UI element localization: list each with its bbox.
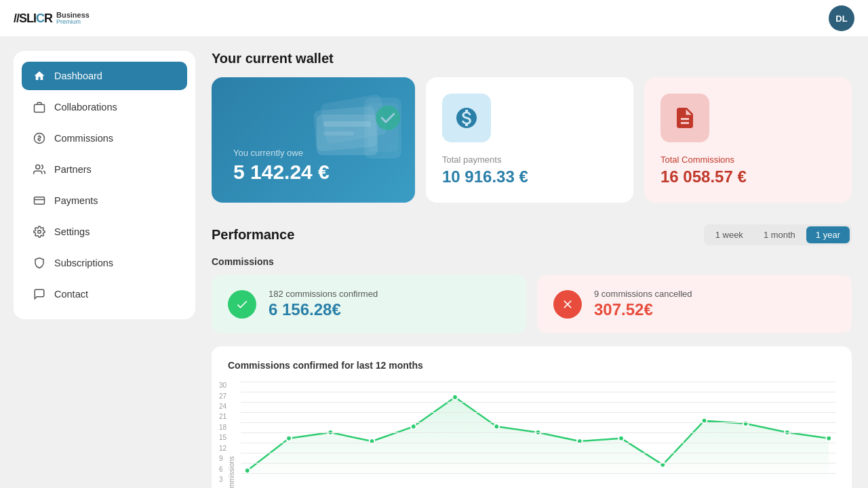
confirmed-info: 182 commissions confirmed 6 156.28€ — [269, 289, 378, 319]
sidebar-label-partners: Partners — [54, 164, 92, 175]
sidebar-item-payments[interactable]: Payments — [22, 186, 187, 215]
svg-rect-9 — [323, 131, 354, 136]
subscriptions-icon — [33, 256, 46, 270]
svg-rect-8 — [323, 121, 371, 127]
logo-business: Business Premium — [56, 12, 90, 25]
sidebar: Dashboard Collaborations Commissions Par… — [14, 51, 195, 319]
sidebar-label-payments: Payments — [54, 195, 98, 206]
sidebar-label-subscriptions: Subscriptions — [54, 258, 113, 268]
sidebar-label-contact: Contact — [54, 289, 88, 300]
sidebar-label-collaborations: Collaborations — [54, 102, 117, 113]
commissions-card-icon — [660, 94, 709, 142]
commissions-card-label: Total Commissions — [660, 155, 734, 165]
confirmed-icon — [228, 290, 256, 319]
svg-rect-3 — [35, 197, 45, 205]
svg-rect-0 — [35, 104, 45, 112]
commissions-icon — [33, 131, 46, 145]
filter-1year[interactable]: 1 year — [806, 226, 850, 243]
y-axis-label: Commissions — [228, 382, 235, 488]
filter-1week[interactable]: 1 week — [706, 226, 753, 243]
commissions-card-amount: 16 058.57 € — [660, 167, 747, 186]
sidebar-item-commissions[interactable]: Commissions — [22, 124, 187, 152]
logo: //SLICR Business Premium — [14, 12, 90, 26]
commission-cards: 182 commissions confirmed 6 156.28€ 9 co… — [212, 275, 852, 333]
chart-card: Commissions confirmed for last 12 months… — [212, 346, 852, 488]
wallet-illustration — [300, 84, 408, 185]
confirmed-amount: 6 156.28€ — [269, 300, 378, 319]
svg-point-2 — [36, 165, 40, 169]
payments-card-icon — [442, 94, 491, 142]
cancelled-amount: 307.52€ — [594, 300, 692, 319]
wallet-commissions-card: Total Commissions 16 058.57 € — [644, 77, 852, 203]
sidebar-item-collaborations[interactable]: Collaborations — [22, 93, 187, 121]
performance-section-title: Performance — [212, 227, 294, 243]
layout: Dashboard Collaborations Commissions Par… — [0, 37, 868, 488]
logo-text: //SLICR — [14, 12, 52, 26]
filter-1month[interactable]: 1 month — [754, 226, 805, 243]
svg-point-12 — [376, 106, 400, 130]
contact-icon — [33, 287, 46, 301]
sidebar-label-commissions: Commissions — [54, 133, 113, 144]
wallet-main-card: You currently owe 5 142.24 € — [212, 77, 415, 203]
commissions-card-icon-wrap — [660, 94, 709, 142]
commissions-section-label: Commissions — [212, 256, 852, 267]
time-filters: 1 week 1 month 1 year — [704, 224, 852, 245]
sidebar-item-dashboard[interactable]: Dashboard — [22, 62, 187, 90]
collaborations-icon — [33, 100, 46, 114]
cancelled-commissions-card: 9 commissions cancelled 307.52€ — [537, 275, 852, 333]
wallet-cards: You currently owe 5 142.24 € Total payme… — [212, 77, 852, 203]
sidebar-item-subscriptions[interactable]: Subscriptions — [22, 249, 187, 277]
payments-card-amount: 10 916.33 € — [442, 167, 528, 186]
main-content: Your current wallet — [195, 37, 868, 488]
chart-container: Commissions 3 6 9 12 15 18 21 24 27 30 — [228, 382, 835, 488]
performance-header: Performance 1 week 1 month 1 year — [212, 224, 852, 245]
cancelled-label: 9 commissions cancelled — [594, 289, 692, 299]
cancelled-icon — [553, 290, 582, 319]
wallet-section-title: Your current wallet — [212, 51, 852, 66]
sidebar-item-settings[interactable]: Settings — [22, 218, 187, 246]
partners-icon — [33, 163, 46, 176]
chart-title: Commissions confirmed for last 12 months — [228, 360, 835, 371]
home-icon — [33, 69, 46, 83]
payments-card-icon-wrap — [442, 94, 491, 142]
payments-icon — [33, 194, 46, 207]
avatar[interactable]: DL — [829, 5, 854, 31]
cancelled-info: 9 commissions cancelled 307.52€ — [594, 289, 692, 319]
sidebar-label-settings: Settings — [54, 226, 90, 237]
confirmed-label: 182 commissions confirmed — [269, 289, 378, 299]
settings-icon — [33, 225, 46, 239]
wallet-payments-card: Total payments 10 916.33 € — [426, 77, 633, 203]
chart-inner: 3 6 9 12 15 18 21 24 27 30 — [241, 382, 835, 488]
topnav: //SLICR Business Premium DL — [0, 0, 868, 37]
sidebar-item-contact[interactable]: Contact — [22, 280, 187, 308]
svg-point-4 — [38, 230, 41, 234]
payments-card-label: Total payments — [442, 155, 501, 165]
sidebar-label-dashboard: Dashboard — [54, 70, 102, 81]
confirmed-commissions-card: 182 commissions confirmed 6 156.28€ — [212, 275, 526, 333]
sidebar-item-partners[interactable]: Partners — [22, 155, 187, 184]
